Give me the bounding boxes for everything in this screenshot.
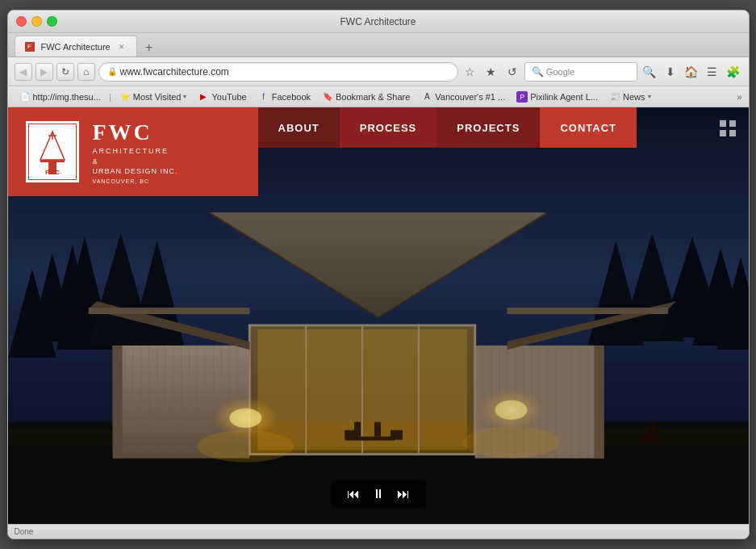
maximize-button[interactable]	[47, 16, 57, 27]
website-content: FWC FWC ARCHITECTURE & URBAN DESIGN INC.…	[8, 107, 749, 524]
svg-rect-46	[594, 346, 604, 459]
logo-ampersand: &	[93, 157, 178, 166]
tab-bar: F FWC Architecture ✕ +	[8, 33, 749, 57]
tab-favicon: F	[25, 42, 35, 52]
active-tab[interactable]: F FWC Architecture ✕	[15, 36, 137, 57]
back-button[interactable]: ◀	[15, 63, 32, 81]
refresh-icon[interactable]: ↺	[503, 63, 521, 81]
browser-window: FWC Architecture F FWC Architecture ✕ + …	[7, 10, 750, 539]
nav-contact[interactable]: CONTACT	[540, 107, 637, 148]
status-text: Done	[15, 527, 34, 536]
forward-button[interactable]: ⏭	[397, 487, 410, 501]
bookmark-imgthesu[interactable]: 📄 http://img.thesu...	[15, 90, 106, 104]
svg-point-52	[462, 426, 559, 459]
svg-rect-43	[88, 308, 249, 314]
svg-rect-70	[729, 130, 736, 136]
bookmark-most-visited-label: Most Visited	[133, 92, 182, 102]
logo-area: FWC FWC ARCHITECTURE & URBAN DESIGN INC.…	[8, 107, 258, 196]
bookmark-share[interactable]: 🔖 Bookmark & Share	[317, 90, 415, 104]
nav-about[interactable]: ABOUT	[258, 107, 340, 148]
svg-point-48	[229, 409, 261, 428]
svg-rect-56	[345, 430, 357, 440]
fwc-logo-svg: FWC	[32, 128, 73, 176]
status-bar: Done	[8, 524, 749, 539]
vancouver-icon: A	[421, 91, 432, 103]
title-bar: FWC Architecture	[8, 10, 749, 33]
bookmark-news[interactable]: 📰 News ▾	[604, 90, 656, 104]
bookmark-label: http://img.thesu...	[33, 92, 101, 102]
more-bookmarks-button[interactable]: »	[737, 92, 741, 102]
bookmark-pixilink-label: Pixilink Agent L...	[530, 92, 598, 102]
grid-icon[interactable]	[719, 119, 737, 141]
page-icon: 📄	[19, 91, 31, 103]
svg-rect-44	[507, 308, 668, 314]
logo-fwc-text: FWC	[93, 119, 178, 145]
nav-process[interactable]: PROCESS	[340, 107, 437, 148]
svg-rect-67	[720, 120, 726, 127]
svg-rect-59	[644, 426, 650, 441]
bookmark-facebook-label: Facebook	[272, 92, 311, 102]
minimize-button[interactable]	[31, 16, 42, 27]
facebook-icon: f	[258, 91, 269, 103]
svg-rect-42	[250, 326, 474, 454]
rewind-button[interactable]: ⏮	[347, 487, 360, 501]
download-icon[interactable]: ⬇	[662, 63, 679, 81]
close-button[interactable]	[16, 16, 27, 27]
bookmark-share-label: Bookmark & Share	[336, 92, 410, 102]
bookmark-star-icon[interactable]: ☆	[462, 63, 479, 81]
star-icon[interactable]: ★	[482, 63, 500, 81]
window-controls[interactable]	[16, 16, 57, 27]
chevron-down-icon: ▾	[183, 93, 186, 100]
tab-close-button[interactable]: ✕	[117, 42, 127, 52]
youtube-icon: ▶	[198, 91, 209, 103]
window-title: FWC Architecture	[340, 16, 416, 27]
media-controls: ⏮ ⏸ ⏭	[331, 480, 426, 508]
reload-button[interactable]: ↻	[56, 63, 74, 81]
nav-bar: ◀ ▶ ↻ ⌂ 🔒 www.fwcarchitecture.com ☆ ★ ↺ …	[8, 57, 749, 86]
home-nav-icon[interactable]: 🏠	[683, 63, 700, 81]
search-engine-icon: 🔍	[532, 66, 544, 78]
bookmark-youtube-label: YouTube	[211, 92, 246, 102]
bookmark-news-label: News	[623, 92, 645, 102]
home-button[interactable]: ⌂	[77, 63, 95, 81]
svg-rect-69	[720, 130, 726, 136]
new-tab-button[interactable]: +	[140, 39, 158, 57]
svg-point-51	[197, 430, 294, 463]
search-icon[interactable]: 🔍	[641, 63, 658, 81]
bookmark-icon: 🔖	[322, 91, 333, 103]
url-lock-icon: 🔒	[107, 67, 117, 76]
search-placeholder: Google	[546, 67, 574, 77]
bookmark-vancouver[interactable]: A Vancouver's #1 ...	[416, 90, 510, 104]
forward-button[interactable]: ▶	[36, 63, 53, 81]
bookmark-pixilink[interactable]: P Pixilink Agent L...	[512, 90, 603, 104]
mostvisited-icon: ⭐	[119, 91, 131, 103]
svg-rect-60	[652, 422, 656, 442]
svg-rect-68	[729, 120, 736, 127]
logo-architecture-text: ARCHITECTURE	[93, 145, 178, 157]
bookmark-youtube[interactable]: ▶ YouTube	[193, 90, 251, 104]
news-chevron-icon: ▾	[648, 93, 651, 100]
pause-button[interactable]: ⏸	[372, 487, 385, 501]
bookmark-facebook[interactable]: f Facebook	[253, 90, 315, 104]
url-text: www.fwcarchitecture.com	[120, 66, 229, 78]
svg-rect-55	[374, 422, 381, 437]
bookmark-vancouver-label: Vancouver's #1 ...	[435, 92, 505, 102]
grid-view-icon	[719, 119, 737, 137]
separator: |	[109, 92, 111, 102]
logo-emblem: FWC	[24, 119, 81, 184]
logo-vancouver-text: VANCOUVER, BC	[93, 178, 178, 184]
svg-rect-45	[112, 346, 122, 459]
extensions-icon[interactable]: 🧩	[725, 63, 742, 81]
logo-urban-text: URBAN DESIGN INC.	[93, 166, 178, 177]
nav-projects[interactable]: PROJECTS	[436, 107, 540, 148]
news-icon: 📰	[609, 91, 620, 103]
search-bar[interactable]: 🔍 Google	[524, 62, 637, 82]
menu-icon[interactable]: ☰	[704, 63, 721, 81]
pixilink-icon: P	[516, 91, 528, 103]
bookmarks-bar: 📄 http://img.thesu... | ⭐ Most Visited ▾…	[8, 86, 749, 107]
url-bar[interactable]: 🔒 www.fwcarchitecture.com	[98, 62, 458, 82]
svg-rect-65	[40, 160, 65, 162]
site-navigation: ABOUT PROCESS PROJECTS CONTACT	[258, 107, 637, 148]
bookmark-most-visited[interactable]: ⭐ Most Visited ▾	[115, 90, 192, 104]
svg-rect-57	[390, 430, 402, 440]
